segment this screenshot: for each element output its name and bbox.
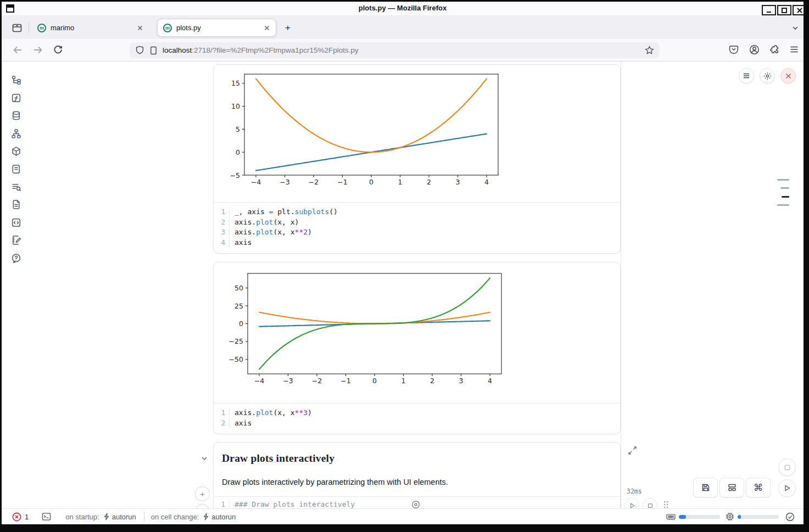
save-button[interactable] xyxy=(693,478,718,497)
stop-cell-button[interactable] xyxy=(643,498,657,508)
notebook-cell-1: −4−3−2−101234−5051015 1_, axis = plt.sub… xyxy=(213,64,621,254)
terminal-button[interactable] xyxy=(42,512,51,521)
sidebar-panel-scratchpad-scroll-icon[interactable] xyxy=(10,163,22,175)
url-host: localhost xyxy=(163,46,192,54)
add-cell-button[interactable] xyxy=(195,504,210,508)
close-tab-icon[interactable] xyxy=(264,25,270,31)
bookmark-star-icon[interactable] xyxy=(645,46,654,55)
back-button[interactable] xyxy=(12,44,24,57)
keyboard-shortcuts-button[interactable]: ⌘ xyxy=(746,478,771,497)
command-icon: ⌘ xyxy=(754,482,763,494)
run-all-button[interactable] xyxy=(778,479,796,497)
minimap-cell-marker-active xyxy=(782,196,789,198)
error-count: 1 xyxy=(25,513,29,521)
drag-handle-icon[interactable] xyxy=(662,500,669,508)
sidebar-panel-documentation-icon[interactable] xyxy=(10,199,22,211)
account-icon[interactable] xyxy=(749,44,761,57)
marimo-favicon: m xyxy=(163,24,172,32)
cell-1-output: −4−3−2−101234−5051015 xyxy=(214,65,620,202)
menu-icon xyxy=(743,72,750,80)
window-border-bottom xyxy=(0,524,809,532)
minimize-button[interactable] xyxy=(762,5,776,15)
sidebar-panel-packages-icon[interactable] xyxy=(10,145,22,158)
svg-text:3: 3 xyxy=(456,178,460,186)
svg-text:2: 2 xyxy=(430,377,434,385)
new-tab-button[interactable]: + xyxy=(281,21,295,35)
connection-status-icon[interactable] xyxy=(785,512,795,522)
svg-text:−1: −1 xyxy=(341,377,350,385)
errors-badge[interactable]: 1 xyxy=(12,512,29,522)
notebook-menu-button[interactable] xyxy=(739,68,754,83)
svg-text:15: 15 xyxy=(231,79,240,87)
maximize-icon xyxy=(781,7,788,14)
notebook-cell-2: −4−3−2−101234−50−2502550 1axis.plot(x, x… xyxy=(213,262,621,434)
shutdown-button[interactable] xyxy=(780,68,796,83)
on-cell-change-value[interactable]: autorun xyxy=(211,513,236,521)
sidebar-panel-dependency-graph-icon[interactable] xyxy=(10,127,22,139)
minimap-cell-marker xyxy=(777,179,789,181)
sidebar-panel-file-tree-icon[interactable] xyxy=(10,74,22,86)
close-icon xyxy=(796,7,803,14)
tab-list-chevron-icon[interactable] xyxy=(789,22,801,34)
cell-2-output: −4−3−2−101234−50−2502550 xyxy=(214,262,620,403)
cpu-icon xyxy=(726,512,734,521)
markdown-rendered: Draw plots interactively Draw plots inte… xyxy=(214,443,620,496)
cell-1-code-editor[interactable]: 1_, axis = plt.subplots()2axis.plot(x, x… xyxy=(214,202,620,253)
sidebar-panel-snippets-icon[interactable] xyxy=(10,216,22,228)
svg-text:25: 25 xyxy=(235,302,243,310)
extensions-puzzle-icon[interactable] xyxy=(769,44,781,57)
svg-text:−5: −5 xyxy=(230,171,240,180)
svg-text:−3: −3 xyxy=(280,178,289,186)
cell-3-code-editor[interactable]: 1 ### Draw plots interactively xyxy=(214,496,620,508)
add-cell-button[interactable]: + xyxy=(195,486,210,501)
sidebar-panel-notebook-edit-icon[interactable] xyxy=(10,234,22,247)
close-icon xyxy=(785,72,792,80)
url-bar[interactable]: localhost:2718/?file=%2Ftmp%2Ftmpwa1pcr1… xyxy=(130,42,660,58)
svg-text:−2: −2 xyxy=(312,377,322,385)
window-title: plots.py — Mozilla Firefox xyxy=(2,4,804,12)
svg-text:−2: −2 xyxy=(309,178,319,186)
sidebar-panel-datasources-icon[interactable] xyxy=(10,110,22,122)
close-tab-icon[interactable] xyxy=(137,25,143,31)
cell-2-code-editor[interactable]: 1axis.plot(x, x**3)2axis xyxy=(214,403,620,434)
expand-fullscreen-icon[interactable] xyxy=(628,446,638,456)
eye-toggle-icon[interactable] xyxy=(411,500,420,508)
sidebar-panel-help-icon[interactable] xyxy=(10,252,22,264)
svg-text:4: 4 xyxy=(484,178,489,186)
tab-plots-py-active[interactable]: m plots.py xyxy=(157,19,276,37)
marimo-favicon: m xyxy=(37,24,46,32)
collapse-cell-chevron-icon[interactable] xyxy=(200,454,209,463)
firefox-view-button[interactable] xyxy=(10,21,24,35)
forward-button[interactable] xyxy=(32,44,44,57)
status-bar: 1 on startup: autorun on cell change: au… xyxy=(2,508,804,524)
tab-marimo[interactable]: m marimo xyxy=(32,19,149,37)
stop-kernel-button[interactable] xyxy=(778,458,796,476)
error-icon xyxy=(12,512,21,522)
svg-text:3: 3 xyxy=(459,377,464,385)
plot-line-parabola: −4−3−2−101234−5051015 xyxy=(219,70,620,189)
terminal-icon xyxy=(42,512,51,521)
on-startup-label: on startup: xyxy=(65,513,99,521)
svg-text:−50: −50 xyxy=(229,355,243,363)
svg-text:4: 4 xyxy=(488,377,492,385)
svg-text:0: 0 xyxy=(239,320,243,328)
shield-icon[interactable] xyxy=(135,46,144,55)
sidebar-panel-functions-icon[interactable] xyxy=(10,92,22,104)
layout-rows-icon xyxy=(727,483,737,492)
run-cell-button[interactable] xyxy=(624,498,639,508)
maximize-button[interactable] xyxy=(777,5,791,15)
svg-text:5: 5 xyxy=(236,125,240,133)
page-info-icon[interactable] xyxy=(149,46,158,55)
notebook-settings-button[interactable] xyxy=(760,68,775,83)
browser-toolbar: localhost:2718/?file=%2Ftmp%2Ftmpwa1pcr1… xyxy=(2,39,804,61)
pocket-icon[interactable] xyxy=(729,44,741,57)
notebook-content-area: −4−3−2−101234−5051015 1_, axis = plt.sub… xyxy=(2,61,804,508)
memory-ram-icon xyxy=(666,512,676,521)
on-startup-value[interactable]: autorun xyxy=(112,513,136,521)
lightning-icon xyxy=(104,513,110,520)
reload-button[interactable] xyxy=(53,44,65,57)
layout-switch-button[interactable] xyxy=(719,478,744,497)
hamburger-menu-icon[interactable] xyxy=(789,44,801,57)
svg-text:0: 0 xyxy=(369,178,373,186)
sidebar-panel-logs-icon[interactable] xyxy=(10,181,22,193)
